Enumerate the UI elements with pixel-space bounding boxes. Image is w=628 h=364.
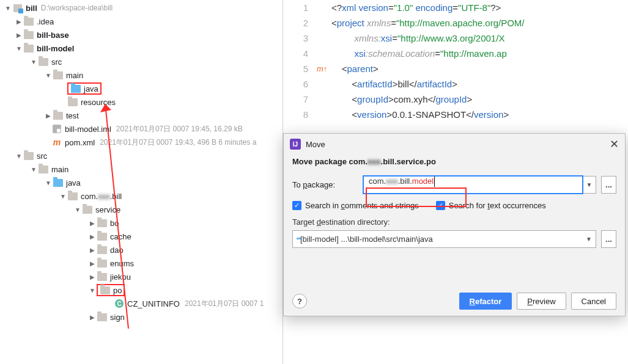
- chevron-down-icon[interactable]: ▼: [44, 180, 53, 186]
- search-text-checkbox[interactable]: ✓ Search for text occurrences: [436, 201, 546, 210]
- browse-package-button[interactable]: ...: [601, 176, 616, 194]
- code-line[interactable]: 4 xsi:schemaLocation="http://maven.ap: [283, 46, 628, 61]
- refactor-button[interactable]: Refactor: [459, 293, 512, 310]
- tree-item-class[interactable]: ▶ C CZ_UNITINFO 2021年01月07日 0007 1: [0, 297, 283, 310]
- code-line[interactable]: 2<project xmlns="http://maven.apache.org…: [283, 15, 628, 31]
- tree-item-jiekou[interactable]: ▶ jiekou: [0, 270, 283, 283]
- tree-item-dao[interactable]: ▶ dao: [0, 243, 283, 257]
- folder-icon: [97, 217, 108, 228]
- code-content: <version>0.0.1-SNAPSHOT</version>: [331, 109, 509, 120]
- chevron-down-icon[interactable]: ▼: [4, 5, 12, 12]
- maven-icon: m: [51, 137, 62, 148]
- chevron-right-icon[interactable]: ▶: [88, 314, 97, 321]
- checkmark-icon: ✓: [292, 201, 301, 210]
- cancel-button[interactable]: Cancel: [571, 293, 616, 310]
- chevron-down-icon[interactable]: ▼: [88, 287, 97, 294]
- tree-item-main2[interactable]: ▼ main: [0, 162, 283, 176]
- tree-item-src2[interactable]: ▼ src: [0, 149, 283, 162]
- to-package-label: To package:: [292, 180, 363, 189]
- dialog-title-text: Move: [306, 140, 325, 149]
- tree-item-java2[interactable]: ▼ java: [0, 176, 283, 189]
- project-tree[interactable]: ▼ bill D:\workspace-idea\bill ▶ .idea ▶ …: [0, 0, 283, 364]
- line-number: 3: [283, 33, 317, 43]
- chevron-down-icon[interactable]: ▼: [29, 59, 38, 65]
- tree-item-pom[interactable]: ▶ m pom.xml 2021年01月07日 0007 19:43, 496 …: [0, 136, 283, 149]
- chevron-right-icon[interactable]: ▶: [88, 274, 97, 280]
- chevron-down-icon[interactable]: ▼: [29, 166, 38, 173]
- tree-item-package[interactable]: ▼ com.xxx.bill: [0, 189, 283, 203]
- chevron-right-icon[interactable]: ▶: [88, 233, 97, 240]
- code-content: <groupId>com.xyh</groupId>: [331, 94, 472, 104]
- tree-root[interactable]: ▼ bill D:\workspace-idea\bill: [0, 1, 283, 15]
- code-content: xsi:schemaLocation="http://maven.ap: [331, 48, 507, 59]
- tree-item-po[interactable]: ▼ po: [0, 283, 283, 297]
- class-icon: C: [114, 298, 125, 309]
- code-line[interactable]: 7 <groupId>com.xyh</groupId>: [283, 92, 628, 107]
- code-line[interactable]: 1<?xml version="1.0" encoding="UTF-8"?>: [283, 0, 628, 15]
- preview-button[interactable]: Preview: [517, 293, 566, 310]
- code-content: xmlns:xsi="http://www.w3.org/2001/X: [331, 33, 504, 43]
- line-number: 6: [283, 79, 317, 89]
- code-content: <?xml version="1.0" encoding="UTF-8"?>: [331, 2, 501, 13]
- tree-item-billmodel[interactable]: ▼ bill-model: [0, 42, 283, 55]
- line-number: 1: [283, 2, 317, 13]
- folder-icon: [97, 258, 108, 269]
- chevron-down-icon[interactable]: ▼: [15, 45, 23, 52]
- module-icon: [23, 43, 34, 54]
- browse-destination-button[interactable]: ...: [601, 230, 616, 248]
- chevron-right-icon[interactable]: ▶: [88, 260, 97, 267]
- tree-item-java1[interactable]: ▶ java: [0, 82, 283, 95]
- chevron-right-icon[interactable]: ▶: [15, 18, 23, 25]
- chevron-right-icon[interactable]: ▶: [88, 247, 97, 253]
- tree-item-iml[interactable]: ▶ bill-model.iml 2021年01月07日 0007 19:45,…: [0, 122, 283, 136]
- tree-item-resources[interactable]: ▶ resources: [0, 95, 283, 109]
- line-number: 2: [283, 18, 317, 28]
- folder-icon: [97, 244, 108, 255]
- code-content: <project xmlns="http://maven.apache.org/…: [331, 18, 525, 28]
- folder-icon: [53, 70, 64, 81]
- folder-icon: [82, 204, 93, 215]
- help-button[interactable]: ?: [292, 294, 307, 308]
- destination-select[interactable]: [bill-model] ...\bill-model\src\main\jav…: [292, 230, 596, 248]
- folder-icon: [53, 110, 64, 121]
- chevron-down-icon[interactable]: ▼: [15, 153, 23, 159]
- tree-item-test[interactable]: ▶ test: [0, 109, 283, 122]
- tree-item-enums[interactable]: ▶ enums: [0, 257, 283, 270]
- chevron-right-icon[interactable]: ▶: [44, 112, 53, 119]
- line-number: 8: [283, 109, 317, 120]
- root-name: bill: [26, 4, 37, 13]
- chevron-down-icon[interactable]: ▼: [73, 206, 82, 213]
- tree-item-main1[interactable]: ▼ main: [0, 68, 283, 82]
- dialog-titlebar[interactable]: IJ Move ✕: [284, 134, 625, 155]
- to-package-input[interactable]: com.xxx.bill.model: [363, 176, 583, 194]
- tree-item-sign[interactable]: ▶ sign: [0, 310, 283, 324]
- code-line[interactable]: 3 xmlns:xsi="http://www.w3.org/2001/X: [283, 31, 628, 46]
- line-number: 4: [283, 48, 317, 59]
- chevron-right-icon[interactable]: ▶: [15, 32, 23, 38]
- tree-item-bo[interactable]: ▶ bo: [0, 216, 283, 230]
- folder-icon: [38, 164, 49, 175]
- chevron-right-icon[interactable]: ▶: [88, 220, 97, 227]
- code-line[interactable]: 6 <artifactId>bill</artifactId>: [283, 76, 628, 92]
- to-package-dropdown[interactable]: ▼: [583, 176, 596, 194]
- source-folder-icon: [53, 177, 64, 188]
- chevron-down-icon[interactable]: ▼: [59, 193, 67, 200]
- tree-item-src1[interactable]: ▼ src: [0, 55, 283, 68]
- tree-item-service[interactable]: ▼ service: [0, 203, 283, 216]
- code-line[interactable]: 8 <version>0.0.1-SNAPSHOT</version>: [283, 107, 628, 122]
- module-icon: [23, 29, 34, 40]
- folder-icon: [100, 285, 111, 296]
- chevron-down-icon: ▼: [586, 236, 592, 242]
- resources-folder-icon: [67, 96, 78, 107]
- close-icon[interactable]: ✕: [610, 137, 619, 151]
- search-comments-checkbox[interactable]: ✓ Search in comments and strings: [292, 201, 419, 210]
- gutter-mark: m↑: [317, 64, 331, 73]
- chevron-down-icon[interactable]: ▼: [44, 72, 53, 79]
- tree-item-cache[interactable]: ▶ cache: [0, 230, 283, 243]
- destination-label: Target destination directory:: [292, 217, 616, 227]
- code-content: <artifactId>bill</artifactId>: [331, 79, 457, 89]
- tree-item-idea[interactable]: ▶ .idea: [0, 15, 283, 28]
- tree-item-billbase[interactable]: ▶ bill-base: [0, 28, 283, 42]
- folder-icon: [97, 231, 108, 242]
- code-line[interactable]: 5m↑ <parent>: [283, 61, 628, 76]
